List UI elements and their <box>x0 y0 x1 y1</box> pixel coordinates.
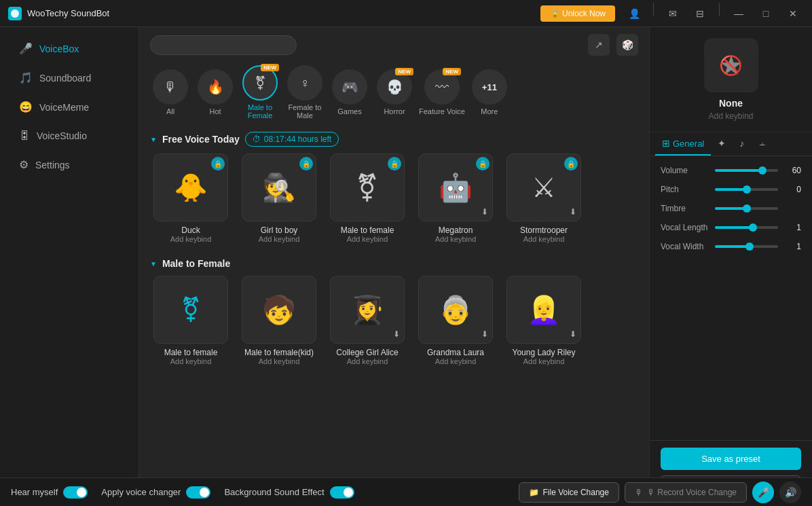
keybind-gtb[interactable]: Add keybind <box>259 235 300 243</box>
cat-label-mtf: Male toFemale <box>248 103 273 120</box>
vocal-length-thumb[interactable] <box>749 223 757 232</box>
new-badge-horror: NEW <box>395 68 413 75</box>
lock-btn-mtf[interactable]: 🔒 <box>388 157 401 170</box>
save-preset-button[interactable]: Save as preset <box>661 448 801 470</box>
sidebar-item-voicebox[interactable]: 🎤 VoiceBox <box>5 35 133 62</box>
unlock-button[interactable]: 🔒 Unlock Now <box>540 5 615 22</box>
lock-btn-stormtrooper[interactable]: 🔒 <box>564 157 578 170</box>
lock-btn-megatron[interactable]: 🔒 <box>476 157 490 170</box>
rp-tab-tune[interactable]: ⫠ <box>751 132 774 156</box>
sidebar-item-voicestudio[interactable]: 🎛 VoiceStudio <box>5 123 133 149</box>
keybind-mtf[interactable]: Add keybind <box>347 235 388 243</box>
voice-card-duck[interactable]: 🐥 🔒 Duck Add keybind <box>150 153 232 243</box>
general-tab-icon: ⊞ <box>662 138 670 149</box>
voice-card-img-college: 👩‍🎓 ⬇ <box>330 276 405 344</box>
cat-label-games: Games <box>337 107 361 115</box>
rp-tab-magic[interactable]: ✦ <box>711 132 733 156</box>
sidebar-item-settings[interactable]: ⚙ Settings <box>5 151 133 178</box>
bg-sound-switch[interactable] <box>330 486 354 499</box>
cat-tab-male-to-female[interactable]: NEW ⚧ Male toFemale <box>240 65 280 120</box>
voice-card-grandma[interactable]: 👵 ⬇ Grandma Laura Add keybind <box>415 276 496 365</box>
search-input[interactable] <box>150 35 297 55</box>
settings-icon[interactable]: ⊟ <box>689 3 711 24</box>
sidebar-label-soundboard: Soundboard <box>39 73 91 84</box>
cat-label-hot: Hot <box>209 107 221 115</box>
sidebar-item-soundboard[interactable]: 🎵 Soundboard <box>5 65 133 91</box>
timbre-slider[interactable] <box>715 207 778 210</box>
preview-keybind[interactable]: Add keybind <box>708 111 753 121</box>
cat-tab-all[interactable]: 🎙 All <box>150 69 191 115</box>
lock-btn-gtb[interactable]: 🔒 <box>299 157 313 170</box>
timer-icon: ⏱ <box>253 134 261 144</box>
voice-card-mtf-kid[interactable]: 🧒 Male to female(kid) Add keybind <box>238 276 320 365</box>
voice-card-stormtrooper[interactable]: ⚔ 🔒 ⬇ Stormtrooper Add keybind <box>503 153 585 243</box>
vocal-length-slider[interactable] <box>715 226 778 229</box>
voice-card-mtf2[interactable]: ⚧ Male to female Add keybind <box>150 276 232 365</box>
maximize-button[interactable]: □ <box>755 3 777 24</box>
voice-name-gtb: Girl to boy <box>261 225 298 235</box>
keybind-riley[interactable]: Add keybind <box>523 357 565 365</box>
file-voice-change-button[interactable]: 📁 File Voice Change <box>519 482 619 503</box>
voice-card-img-grandma: 👵 ⬇ <box>418 276 493 344</box>
close-button[interactable]: ✕ <box>782 3 804 24</box>
collapse-arrow-mtf[interactable]: ▼ <box>150 260 157 268</box>
vocal-width-slider[interactable] <box>715 245 778 248</box>
minimize-button[interactable]: — <box>728 3 750 24</box>
cat-tab-hot[interactable]: 🔥 Hot <box>195 69 236 115</box>
voice-card-college-girl[interactable]: 👩‍🎓 ⬇ College Girl Alice Add keybind <box>327 276 408 365</box>
profile-icon[interactable]: 👤 <box>623 3 645 24</box>
apply-voice-switch[interactable] <box>186 486 210 499</box>
bottom-right: 📁 File Voice Change 🎙 🎙 Record Voice Cha… <box>519 482 801 503</box>
hear-myself-switch[interactable] <box>63 486 88 499</box>
cat-tab-horror[interactable]: NEW 💀 Horror <box>374 69 415 115</box>
vocal-width-thumb[interactable] <box>745 242 754 251</box>
mic-button[interactable]: 🎤 <box>752 482 774 503</box>
sidebar-label-voicestudio: VoiceStudio <box>37 130 87 141</box>
rp-tabs: ⊞ General ✦ ♪ ⫠ <box>650 132 812 156</box>
voice-name-mtf: Male to female <box>341 225 394 235</box>
keybind-grandma[interactable]: Add keybind <box>435 357 477 365</box>
cat-icon-horror: NEW 💀 <box>377 69 412 105</box>
voice-name-riley: Young Lady Riley <box>513 348 576 357</box>
volume-thumb[interactable] <box>758 166 767 175</box>
vocal-width-row: Vocal Width 1 <box>661 242 801 251</box>
voice-card-mtf[interactable]: ⚧ 🔒 Male to female Add keybind <box>327 153 408 243</box>
cat-tab-feature[interactable]: NEW 〰 Feature Voice <box>419 69 465 115</box>
random-icon-btn[interactable]: 🎲 <box>616 34 638 56</box>
cat-icon-hot: 🔥 <box>198 69 233 105</box>
timbre-thumb[interactable] <box>743 204 751 213</box>
sidebar-label-voicebox: VoiceBox <box>39 43 79 54</box>
collapse-arrow-free[interactable]: ▼ <box>150 136 157 143</box>
record-voice-change-button[interactable]: 🎙 🎙 Record Voice Change <box>625 482 747 503</box>
vocal-width-fill <box>715 245 750 248</box>
keybind-mtfkid[interactable]: Add keybind <box>259 357 300 365</box>
voice-card-megatron[interactable]: 🤖 🔒 ⬇ Megatron Add keybind <box>415 153 496 243</box>
rp-tab-music[interactable]: ♪ <box>733 132 751 156</box>
keybind-megatron[interactable]: Add keybind <box>435 235 477 243</box>
voice-card-riley[interactable]: 👱‍♀️ ⬇ Young Lady Riley Add keybind <box>503 276 585 365</box>
new-badge-mtf: NEW <box>261 64 279 71</box>
voice-card-girl-to-boy[interactable]: 🕵️ 🔒 Girl to boy Add keybind <box>238 153 320 243</box>
preview-icon: ★ 🚫 <box>704 38 758 92</box>
mail-icon[interactable]: ✉ <box>662 3 684 24</box>
volume-slider[interactable] <box>715 169 778 172</box>
keybind-stormtrooper[interactable]: Add keybind <box>523 235 565 243</box>
titlebar: WooTechy SoundBot 🔒 Unlock Now 👤 ✉ ⊟ — □… <box>0 0 812 27</box>
cat-tab-ftm[interactable]: ♀ Female toMale <box>284 65 325 120</box>
dl-college: ⬇ <box>393 329 400 339</box>
cat-tab-more[interactable]: +11 More <box>469 69 510 115</box>
keybind-duck[interactable]: Add keybind <box>170 235 212 243</box>
keybind-mtf2[interactable]: Add keybind <box>170 357 212 365</box>
svg-point-0 <box>11 10 19 18</box>
share-icon-btn[interactable]: ↗ <box>588 34 610 56</box>
pitch-thumb[interactable] <box>743 185 751 194</box>
record-icon: 🎙 <box>635 488 643 497</box>
vocal-length-label: Vocal Length <box>661 223 715 232</box>
pitch-slider[interactable] <box>715 188 778 191</box>
volume-button[interactable]: 🔊 <box>779 482 801 503</box>
lock-btn-duck[interactable]: 🔒 <box>211 157 225 170</box>
sidebar-item-voicememe[interactable]: 😄 VoiceMeme <box>5 94 133 120</box>
rp-tab-general[interactable]: ⊞ General <box>655 132 711 156</box>
cat-tab-games[interactable]: 🎮 Games <box>329 69 370 115</box>
keybind-college[interactable]: Add keybind <box>347 357 388 365</box>
